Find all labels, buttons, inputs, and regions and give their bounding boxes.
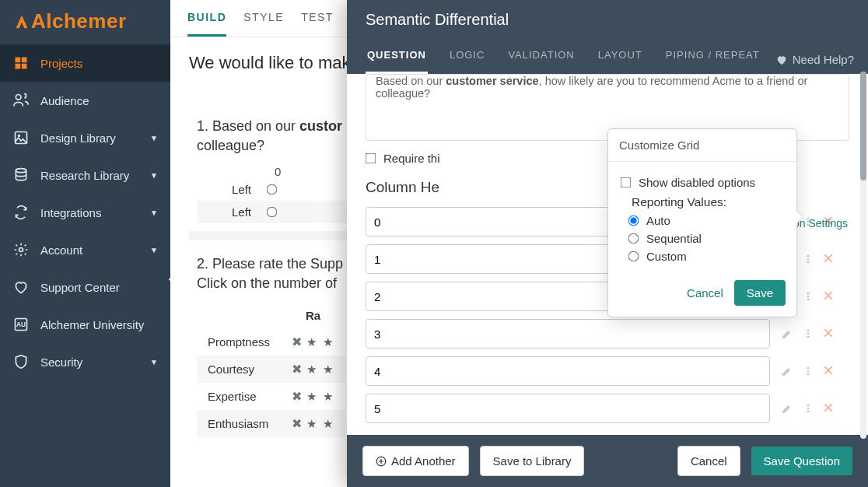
sidebar-item-label: Design Library [40, 131, 116, 145]
add-another-button[interactable]: Add Another [362, 446, 469, 476]
delete-icon[interactable] [823, 328, 834, 340]
panel-title: Semantic Differential [366, 11, 849, 29]
panel-tab-logic[interactable]: LOGIC [448, 41, 486, 74]
rating-row: Courtesy✖★ ★ [197, 356, 345, 383]
cancel-button[interactable]: Cancel [677, 446, 740, 476]
sidebar-item-label: Alchemer University [40, 318, 144, 331]
reporting-value-label: Custom [646, 250, 687, 263]
popover-save-button[interactable]: Save [734, 280, 786, 306]
sidebar-item-label: Integrations [40, 206, 101, 219]
drag-handle-icon[interactable] [803, 290, 814, 303]
sidebar-item-projects[interactable]: Projects [0, 44, 170, 82]
star-rating[interactable]: ✖★ ★ [281, 410, 345, 437]
tab-test[interactable]: TEST [301, 11, 334, 37]
q1-radio[interactable] [267, 207, 278, 218]
drag-handle-icon[interactable] [803, 402, 814, 415]
chevron-down-icon: ▼ [150, 358, 158, 366]
reporting-value-option[interactable]: Custom [628, 250, 784, 263]
sidebar-item-label: Security [40, 356, 82, 369]
show-disabled-checkbox[interactable] [621, 177, 632, 188]
sidebar: Alchemer ProjectsAudienceDesign Library▼… [0, 0, 170, 487]
question-editor-panel: Semantic Differential QUESTION LOGIC VAL… [347, 0, 868, 487]
delete-icon[interactable] [823, 402, 834, 415]
column-header-input[interactable] [366, 356, 770, 386]
pencil-icon[interactable] [781, 402, 793, 415]
star-rating[interactable]: ✖★ ★ [281, 383, 345, 410]
svg-point-1 [18, 135, 20, 137]
sidebar-item-label: Audience [40, 94, 89, 107]
sidebar-item-audience[interactable]: Audience [0, 82, 170, 119]
panel-tab-question[interactable]: QUESTION [366, 41, 428, 74]
delete-icon[interactable] [823, 253, 834, 265]
heart-icon [12, 279, 30, 296]
chevron-down-icon: ▼ [150, 171, 158, 180]
sidebar-item-label: Support Center [40, 281, 120, 294]
rating-row-label: Enthusiasm [197, 410, 281, 437]
svg-point-2 [16, 169, 26, 173]
save-question-button[interactable]: Save Question [751, 447, 852, 475]
popover-title: Customize Grid [608, 129, 796, 162]
sidebar-item-research-library[interactable]: Research Library▼ [0, 156, 170, 194]
brand-icon [14, 14, 30, 30]
sidebar-item-label: Research Library [40, 169, 129, 182]
db-icon [12, 166, 30, 184]
rating-row: Promptness✖★ ★ [197, 328, 345, 356]
need-help-link[interactable]: Need Help? [775, 53, 854, 66]
pencil-icon[interactable] [781, 365, 793, 377]
reporting-value-radio[interactable] [628, 251, 639, 262]
reporting-value-label: Sequential [646, 232, 702, 245]
reporting-value-radio[interactable] [628, 215, 639, 226]
svg-point-3 [19, 248, 23, 252]
delete-icon[interactable] [823, 365, 834, 377]
reporting-value-option[interactable]: Sequential [628, 232, 784, 245]
chevron-down-icon: ▼ [150, 208, 158, 217]
sidebar-item-alchemer-university[interactable]: AUAlchemer University [0, 306, 170, 343]
sidebar-item-integrations[interactable]: Integrations▼ [0, 194, 170, 231]
star-rating[interactable]: ✖★ ★ [281, 356, 345, 383]
svg-text:AU: AU [16, 321, 26, 328]
reporting-value-option[interactable]: Auto [628, 214, 784, 227]
gear-icon [12, 241, 30, 258]
show-disabled-row[interactable]: Show disabled options [621, 176, 784, 189]
pencil-icon[interactable] [781, 328, 793, 340]
scrollbar-thumb[interactable] [860, 72, 866, 180]
sidebar-item-label: Projects [40, 57, 82, 70]
tab-build[interactable]: BUILD [187, 11, 226, 37]
panel-tab-layout[interactable]: LAYOUT [597, 41, 644, 74]
heart-icon [775, 54, 788, 66]
panel-tab-validation[interactable]: VALIDATION [506, 41, 576, 74]
star-rating[interactable]: ✖★ ★ [281, 328, 345, 356]
drag-handle-icon[interactable] [803, 328, 814, 340]
panel-tab-piping[interactable]: PIPING / REPEAT [664, 41, 761, 74]
chevron-down-icon: ▼ [150, 134, 158, 142]
sidebar-item-support-center[interactable]: Support Center [0, 268, 170, 306]
reporting-value-label: Auto [646, 214, 670, 227]
popover-cancel-button[interactable]: Cancel [687, 286, 723, 300]
sidebar-item-account[interactable]: Account▼ [0, 231, 170, 268]
save-to-library-button[interactable]: Save to Library [480, 446, 585, 476]
reporting-value-radio[interactable] [628, 233, 639, 244]
column-header-input[interactable] [366, 319, 770, 349]
delete-icon[interactable] [823, 290, 834, 303]
rating-row-label: Expertise [197, 383, 281, 410]
q1-radio[interactable] [267, 184, 278, 195]
sidebar-item-design-library[interactable]: Design Library▼ [0, 119, 170, 156]
chevron-down-icon: ▼ [150, 246, 158, 254]
tab-style[interactable]: STYLE [243, 11, 284, 37]
panel-body: Based on our customer service, how likel… [347, 74, 868, 435]
shield-icon [12, 353, 30, 370]
require-checkbox[interactable] [366, 153, 376, 164]
customize-grid-popover: Customize Grid Show disabled options Rep… [607, 128, 797, 317]
brand-logo: Alchemer [0, 0, 170, 44]
sidebar-item-security[interactable]: Security▼ [0, 343, 170, 380]
image-icon [12, 129, 30, 146]
require-label: Require thi [383, 152, 440, 165]
drag-handle-icon[interactable] [803, 253, 814, 265]
drag-handle-icon[interactable] [803, 365, 814, 377]
au-icon: AU [12, 316, 30, 333]
panel-footer: Add Another Save to Library Cancel Save … [347, 435, 868, 487]
column-header-input[interactable] [366, 394, 770, 423]
column-header-row [366, 319, 849, 349]
column-header-row [366, 394, 849, 423]
plus-circle-icon [376, 456, 387, 467]
